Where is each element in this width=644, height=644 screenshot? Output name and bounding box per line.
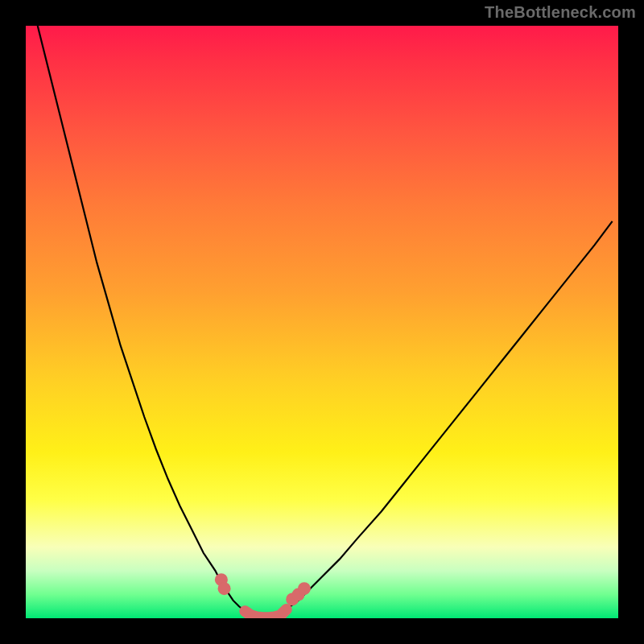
right-curve [287,221,613,609]
right-marker-cluster [286,582,311,605]
left-curve [38,26,246,611]
data-marker [298,582,311,595]
trough-fill [245,609,287,617]
data-marker [218,582,231,595]
watermark-text: TheBottleneck.com [485,3,636,22]
curve-overlay [26,26,618,618]
left-marker-cluster [215,573,231,595]
